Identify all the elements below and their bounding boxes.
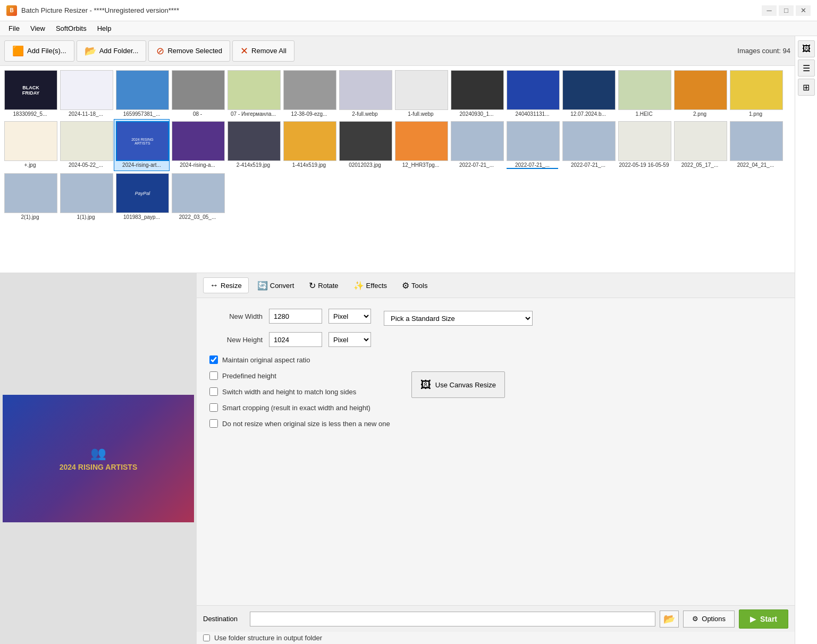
list-item[interactable]: 07 - Ингерманла...	[225, 68, 281, 119]
list-item[interactable]: 2.png	[672, 68, 728, 119]
smart-cropping-checkbox[interactable]	[209, 403, 218, 412]
new-height-input[interactable]	[269, 332, 322, 347]
list-item[interactable]: 2022_03_05_...	[170, 171, 225, 222]
list-item[interactable]: 20240930_1...	[449, 68, 504, 119]
list-item[interactable]: 1659957381_...	[114, 68, 170, 119]
list-item[interactable]: 2(1).jpg	[2, 171, 58, 222]
list-item[interactable]: 2404031131...	[504, 68, 560, 119]
list-item[interactable]: 02012023.jpg	[337, 119, 393, 171]
list-item[interactable]: 1(1).jpg	[58, 171, 114, 222]
maximize-button[interactable]: □	[779, 5, 794, 16]
list-item[interactable]: 1.HEIC	[616, 68, 672, 119]
width-row: New Width Pixel Percent cm mm inch	[209, 309, 371, 324]
menu-softorbits[interactable]: SoftOrbits	[52, 23, 91, 34]
destination-input[interactable]	[250, 612, 655, 626]
list-item[interactable]: 2022_05_17_...	[672, 119, 728, 171]
standard-size-select[interactable]: Pick a Standard Size	[384, 311, 533, 326]
menu-view[interactable]: View	[26, 23, 49, 34]
toolbar: 🟧 Add File(s)... 📂 Add Folder... ⊘ Remov…	[0, 36, 795, 66]
browse-destination-button[interactable]: 📂	[660, 611, 679, 628]
list-item[interactable]: 08 -	[170, 68, 225, 119]
list-item[interactable]: 12.07.2024.b...	[560, 68, 616, 119]
width-unit-select[interactable]: Pixel Percent cm mm inch	[329, 309, 371, 324]
list-item[interactable]: PayPal 101983_payp...	[114, 171, 170, 222]
tab-effects[interactable]: ✨ Effects	[347, 278, 394, 293]
images-view-icon: 🖼	[802, 44, 811, 54]
image-thumbnail	[4, 173, 57, 213]
image-name: 2404031131...	[507, 111, 558, 117]
image-thumbnail	[730, 70, 783, 110]
list-item[interactable]: 2-full.webp	[337, 68, 393, 119]
maintain-aspect-ratio-row: Maintain original aspect ratio	[209, 355, 782, 364]
list-item[interactable]: 2-414x519.jpg	[225, 119, 281, 171]
use-folder-structure-checkbox[interactable]	[203, 634, 210, 641]
remove-selected-button[interactable]: ⊘ Remove Selected	[148, 40, 230, 62]
predefined-height-checkbox[interactable]	[209, 371, 218, 380]
list-item[interactable]: 2022-07-21_...	[560, 119, 616, 171]
remove-all-button[interactable]: ✕ Remove All	[232, 40, 294, 62]
close-button[interactable]: ✕	[796, 5, 811, 16]
image-name: +.jpg	[4, 162, 56, 168]
tab-tools[interactable]: ⚙ Tools	[395, 278, 434, 293]
sidebar-icon-grid[interactable]: ⊞	[798, 79, 815, 96]
image-name: 08 -	[172, 111, 223, 117]
folder-open-icon: 📂	[663, 613, 675, 625]
tab-resize[interactable]: ↔ Resize	[203, 277, 249, 293]
minimize-button[interactable]: ─	[762, 5, 777, 16]
sidebar-icon-list[interactable]: ☰	[798, 60, 815, 77]
grid-view-icon: ⊞	[803, 82, 810, 92]
menu-help[interactable]: Help	[93, 23, 116, 34]
switch-width-height-label: Switch width and height to match long si…	[222, 388, 356, 396]
list-item[interactable]: 2024 RISINGARTISTS 2024-rising-art...	[114, 119, 170, 171]
image-thumbnail: 2024 RISINGARTISTS	[116, 121, 169, 161]
tab-rotate[interactable]: ↻ Rotate	[302, 278, 344, 293]
options-gear-icon: ⚙	[692, 615, 698, 623]
list-item[interactable]: 1.png	[728, 68, 784, 119]
list-item[interactable]: 12_HHR3Tpg...	[393, 119, 449, 171]
use-folder-structure-label: Use folder structure in output folder	[214, 634, 322, 642]
tab-convert[interactable]: 🔄 Convert	[251, 278, 301, 293]
image-thumbnail	[60, 121, 113, 161]
image-thumbnail	[283, 121, 336, 161]
switch-width-height-checkbox[interactable]	[209, 387, 218, 396]
list-item[interactable]: 2022-05-19 16-05-59	[616, 119, 672, 171]
menu-file[interactable]: File	[4, 23, 24, 34]
start-button[interactable]: ▶ Start	[739, 609, 788, 629]
sidebar-icon-images[interactable]: 🖼	[798, 40, 815, 57]
preview-image: 👥 2024 RISING ARTISTS	[3, 395, 194, 522]
height-unit-select[interactable]: Pixel Percent cm mm inch	[329, 332, 371, 347]
app-icon: B	[6, 5, 17, 16]
image-grid-container[interactable]: BLACKFRIDAY 18330992_5... 2024-11-18_...…	[0, 66, 795, 273]
add-files-button[interactable]: 🟧 Add File(s)...	[4, 40, 74, 62]
add-files-label: Add File(s)...	[27, 47, 66, 55]
maintain-aspect-ratio-checkbox[interactable]	[209, 355, 218, 364]
image-name: 12.07.2024.b...	[562, 111, 614, 117]
list-item[interactable]: BLACKFRIDAY 18330992_5...	[2, 68, 58, 119]
image-thumbnail	[507, 121, 560, 161]
image-name: 1.HEIC	[618, 111, 670, 117]
list-item[interactable]: 2022_04_21_...	[728, 119, 784, 171]
list-item[interactable]: 2022-07-21_...	[504, 119, 560, 171]
remove-selected-icon: ⊘	[156, 45, 164, 57]
list-item[interactable]: 2024-11-18_...	[58, 68, 114, 119]
do-not-resize-checkbox[interactable]	[209, 419, 218, 428]
new-width-label: New Width	[209, 312, 263, 320]
tab-tools-label: Tools	[411, 282, 427, 290]
list-item[interactable]: 1-full.webp	[393, 68, 449, 119]
list-item[interactable]: 2024-05-22_...	[58, 119, 114, 171]
new-width-input[interactable]	[269, 309, 322, 324]
options-button[interactable]: ⚙ Options	[683, 611, 735, 628]
list-item[interactable]: 1-414x519.jpg	[281, 119, 337, 171]
list-item[interactable]: 2022-07-21_...	[449, 119, 504, 171]
add-folder-button[interactable]: 📂 Add Folder...	[77, 40, 147, 62]
canvas-resize-button[interactable]: 🖼 Use Canvas Resize	[411, 371, 505, 398]
list-item[interactable]: +.jpg	[2, 119, 58, 171]
image-thumbnail	[283, 70, 336, 110]
add-folder-label: Add Folder...	[99, 47, 139, 55]
image-name: 1659957381_...	[116, 111, 167, 117]
list-item[interactable]: 2024-rising-a...	[170, 119, 225, 171]
list-item[interactable]: 12-38-09-ezg...	[281, 68, 337, 119]
image-name: 1-full.webp	[395, 111, 447, 117]
resize-settings: New Width Pixel Percent cm mm inch	[197, 298, 795, 605]
destination-section: Destination 📂 ⚙ Options ▶ Start	[197, 605, 795, 644]
